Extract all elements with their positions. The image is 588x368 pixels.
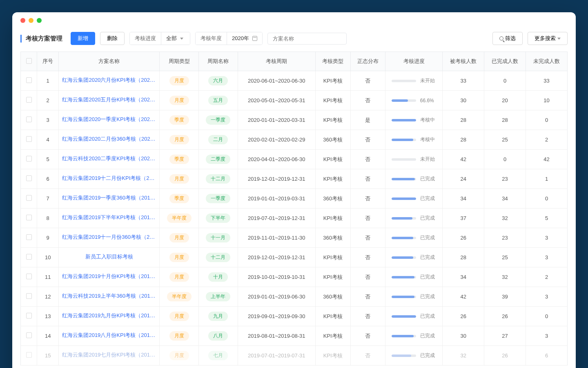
close-icon[interactable] [20,18,25,23]
add-button[interactable]: 新增 [71,32,95,45]
chevron-down-icon [180,38,183,40]
cell-index: 5 [37,150,59,169]
cell-period: 2019-11-01~2019-11-30 [238,228,315,248]
cell-total: 28 [443,110,484,130]
table-container: 序号 方案名称 周期类型 周期名称 考核周期 考核类型 正态分布 考核进度 被考… [12,52,576,368]
row-checkbox[interactable] [26,156,32,162]
row-checkbox[interactable] [26,117,32,122]
cell-done: 26 [484,307,526,326]
row-checkbox[interactable] [26,97,32,103]
plan-name-link[interactable]: 红海云科技2020二季度KPI考核（2020-04… [62,155,156,162]
period-type-tag: 月度 [169,76,189,85]
cell-undone: 3 [526,326,568,346]
progress-filter-label: 考核进度 [130,32,161,45]
plan-name-link[interactable]: 红海云集团2019十二月份KPI考核（2019-… [62,175,156,182]
cell-index: 14 [37,326,59,346]
cell-period: 2019-01-01~2019-06-30 [238,287,315,307]
plan-name-link[interactable]: 红海云集团2019下半年KPI考核（2019-07… [62,214,156,221]
row-checkbox[interactable] [26,274,32,279]
cell-total: 28 [443,130,484,150]
period-name-tag: 一季度 [206,115,230,125]
period-type-tag: 月度 [169,174,189,184]
cell-period: 2020-06-01~2020-06-30 [238,71,315,91]
progress-bar [392,335,416,337]
cell-total: 30 [443,91,484,110]
plan-name-link[interactable]: 红海云集团2020五月份KPI考核（2020-05… [62,96,156,103]
plan-name-link[interactable]: 红海云集团2019十月份KPI考核（2019-10… [62,273,156,280]
row-checkbox[interactable] [26,332,32,338]
cell-index: 6 [37,169,59,189]
cell-ktype: KPI考核 [315,91,350,110]
row-checkbox[interactable] [26,313,32,319]
progress-bar [392,355,416,357]
cell-total: 30 [443,326,484,346]
table-row: 1 红海云集团2020六月份KPI考核（2020-06… 月度 六月 2020-… [21,71,568,91]
col-index: 序号 [37,52,59,71]
plan-name-link[interactable]: 新员工入职目标考核 [85,253,133,260]
period-type-tag: 月度 [169,253,189,262]
period-name-tag: 十二月 [206,253,230,262]
row-checkbox[interactable] [26,175,32,181]
progress-cell: 66.6% [389,98,439,103]
progress-cell: 已完成 [389,332,439,339]
table-row: 3 红海云集团2020一季度KPI考核（2020-01… 季度 一季度 2020… [21,110,568,130]
plan-name-link[interactable]: 红海云集团2020二月份360考核（2020-02… [62,135,156,143]
row-checkbox[interactable] [26,136,32,142]
progress-filter[interactable]: 考核进度 全部 [129,32,190,45]
cell-normal: 否 [350,130,385,150]
cell-undone: 6 [526,346,568,366]
period-name-tag: 八月 [208,331,228,341]
progress-bar [392,99,416,102]
cell-undone: 5 [526,209,568,228]
plan-name-link[interactable]: 红海云科技2019上半年360考核（2019-01… [62,292,156,300]
period-name-tag: 十月 [208,272,228,282]
maximize-icon[interactable] [37,18,42,23]
period-type-tag: 季度 [169,155,189,164]
minimize-icon[interactable] [29,18,33,23]
period-name-tag: 上半年 [206,292,230,301]
plan-name-link[interactable]: 红海云集团2019一季度360考核（2019-01… [62,194,156,202]
cell-undone: 42 [526,150,568,169]
filter-button[interactable]: 筛选 [492,32,523,45]
cell-total: 26 [443,228,484,248]
row-checkbox[interactable] [26,234,32,240]
plan-name-link[interactable]: 红海云集团2019九月份KPI考核（2019-09… [62,312,156,319]
search-input[interactable] [267,33,347,45]
plan-name-link[interactable]: 红海云集团2019八月份KPI考核（2019-08… [62,332,156,339]
period-name-tag: 下半年 [206,213,230,223]
row-checkbox[interactable] [26,254,32,260]
row-checkbox[interactable] [26,293,32,299]
table-row: 11 红海云集团2019十月份KPI考核（2019-10… 月度 十月 2019… [21,267,568,287]
year-filter[interactable]: 考核年度 2020年 [195,32,263,45]
year-filter-select[interactable]: 2020年 [227,32,262,45]
col-undone: 未完成人数 [526,52,568,71]
row-checkbox[interactable] [26,195,32,201]
delete-button[interactable]: 删除 [100,32,125,45]
col-ktype: 考核类型 [315,52,350,71]
row-checkbox[interactable] [26,77,32,83]
cell-period: 2019-08-01~2019-08-31 [238,326,315,346]
header-row: 序号 方案名称 周期类型 周期名称 考核周期 考核类型 正态分布 考核进度 被考… [21,52,568,71]
plan-name-link[interactable]: 红海云集团2020六月份KPI考核（2020-06… [62,76,156,84]
progress-text: 已完成 [420,254,437,261]
more-search-button[interactable]: 更多搜索 [528,32,568,45]
progress-bar [392,315,416,318]
select-all-checkbox[interactable] [26,58,32,64]
col-done: 已完成人数 [484,52,526,71]
cell-ktype: KPI考核 [315,150,350,169]
cell-normal: 否 [350,150,385,169]
cell-period: 2020-05-01~2020-05-31 [238,91,315,110]
table-row: 2 红海云集团2020五月份KPI考核（2020-05… 月度 五月 2020-… [21,91,568,110]
plan-name-link[interactable]: 红海云集团2020一季度KPI考核（2020-01… [62,116,156,123]
cell-done: 23 [484,228,526,248]
progress-filter-select[interactable]: 全部 [161,32,190,45]
cell-total: 26 [443,307,484,326]
cell-normal: 是 [350,110,385,130]
col-total: 被考核人数 [443,52,484,71]
row-checkbox[interactable] [26,215,32,220]
table-row: 4 红海云集团2020二月份360考核（2020-02… 月度 二月 2020-… [21,130,568,150]
row-checkbox[interactable] [26,352,32,358]
plan-name-link[interactable]: 红海云集团2019七月份KPI考核（2019-07… [62,351,156,359]
plan-name-link[interactable]: 红海云集团2019十一月份360考核（2019-… [62,233,156,241]
period-name-tag: 九月 [208,312,228,321]
